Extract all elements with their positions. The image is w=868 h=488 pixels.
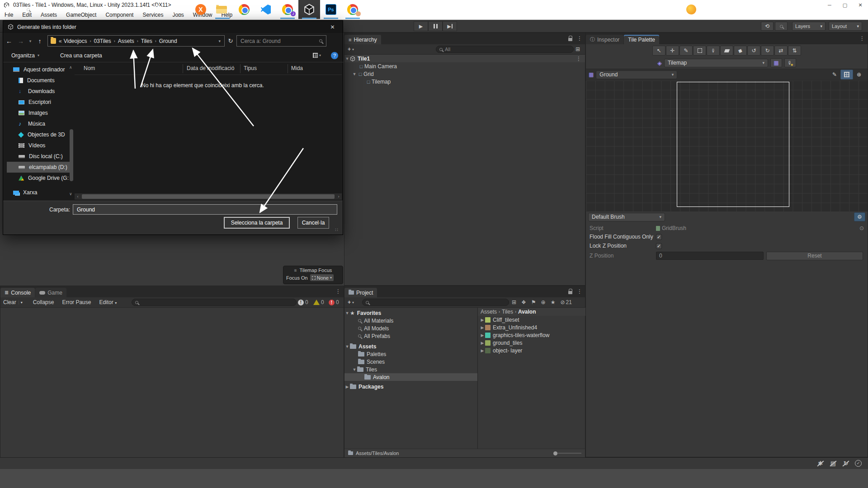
favorite-search-icon[interactable]: ★ (551, 299, 556, 305)
hierarchy-item[interactable]: □ Main Camera (344, 62, 585, 70)
open-in-search-icon[interactable]: ⊞ (512, 299, 516, 305)
sidebar-item[interactable]: Escriptori (7, 97, 70, 108)
gizmo-toggle-button[interactable]: ⊕ (853, 70, 865, 79)
breadcrumb-item-current[interactable]: Avalon (518, 309, 536, 315)
hidden-packages-toggle[interactable]: ⊘21 (560, 299, 571, 305)
clear-button[interactable]: Clear (3, 299, 16, 305)
sidebar-item[interactable]: Xarxa (7, 187, 70, 198)
expander-icon[interactable]: ▶ (480, 341, 485, 345)
file-list[interactable]: Nom Data de modificació Tipus Mida No hi… (75, 63, 342, 193)
select-tool-button[interactable]: ↖ (652, 46, 665, 56)
expander-icon[interactable]: ▶ (480, 318, 485, 322)
auto-refresh-disabled-icon[interactable]: ↻ (842, 460, 849, 467)
hierarchy-search-input[interactable]: All (436, 46, 574, 53)
z-position-input[interactable]: 0 (656, 252, 764, 260)
tab-project[interactable]: Project (344, 288, 377, 297)
sidebar-item[interactable]: ↓Downloads (7, 86, 70, 97)
assets-root[interactable]: ▼ Assets (344, 343, 477, 350)
resize-grip[interactable]: ∷ (335, 227, 338, 232)
box-fill-tool-button[interactable] (693, 46, 706, 56)
sidebar-item[interactable]: ♪Música (7, 118, 70, 129)
breadcrumb-overflow-icon[interactable]: « (59, 38, 62, 44)
start-button[interactable] (0, 0, 22, 19)
organize-menu[interactable]: Organitza▾ (11, 52, 39, 59)
flood-fill-checkbox[interactable]: ✓ (656, 234, 662, 240)
dialog-search-input[interactable]: Cerca a: Ground (236, 35, 326, 47)
forward-button[interactable]: → (15, 38, 27, 45)
asset-row[interactable]: ▶graphics-tiles-waterflow (478, 331, 585, 339)
play-button[interactable]: ▶ (414, 21, 428, 31)
column-header-size[interactable]: Mida (291, 65, 303, 71)
pick-new-brush-button[interactable]: ✑★ (784, 58, 796, 67)
address-dropdown-icon[interactable]: ▾ (218, 39, 221, 43)
search-by-label-icon[interactable]: ⚑ (531, 299, 536, 305)
expander-icon[interactable]: ▼ (352, 72, 357, 76)
sidebar-item[interactable]: Vídeos (7, 140, 70, 151)
weather-widget[interactable]: 20°C Soleado (686, 0, 739, 19)
search-by-type-icon[interactable]: ❖ (521, 299, 526, 305)
alert-icon[interactable]: ⊕ (541, 299, 546, 305)
kebab-menu-icon[interactable]: ⋮ (577, 288, 582, 295)
help-icon[interactable]: ? (331, 52, 338, 59)
add-asset-button[interactable]: + (348, 299, 351, 305)
lock-icon[interactable] (568, 38, 572, 41)
chrome-app[interactable] (233, 0, 255, 19)
minimize-button[interactable]: ─ (822, 2, 837, 8)
flip-vertical-button[interactable]: ⇅ (788, 46, 801, 56)
sidebar-item[interactable]: Disc local (C:) (7, 151, 70, 162)
warning-count-toggle[interactable]: 0 (313, 299, 324, 305)
debugger-disabled-icon[interactable]: ✱ (817, 460, 824, 467)
favorites-item[interactable]: All Prefabs (344, 332, 477, 340)
lock-icon[interactable] (568, 291, 572, 294)
active-tilemap-dropdown[interactable]: Tilemap▾ (664, 59, 768, 67)
grid-toggle-button[interactable] (840, 70, 853, 80)
eraser-tool-button[interactable] (720, 46, 733, 56)
asset-row[interactable]: ▶Extra_Unfinished4 (478, 324, 585, 331)
undo-history-button[interactable]: ⟲ (761, 22, 774, 31)
back-button[interactable]: ← (3, 38, 15, 45)
cache-disabled-icon[interactable]: ▤ (830, 460, 837, 467)
rotate-cw-button[interactable]: ↻ (761, 46, 774, 56)
refresh-icon[interactable]: ↻ (225, 38, 236, 44)
global-search-button[interactable] (775, 22, 788, 31)
object-picker-icon[interactable]: ⊙ (859, 225, 864, 231)
error-count-toggle[interactable]: ! 0 (329, 299, 339, 305)
expander-icon[interactable]: ▼ (352, 367, 357, 372)
move-tool-button[interactable]: ✛ (666, 46, 679, 56)
favorites-item[interactable]: All Models (344, 324, 477, 332)
error-pause-button[interactable]: Error Pause (62, 299, 91, 305)
add-gameobject-button[interactable]: + (348, 46, 351, 52)
cancel-button[interactable]: Cancel·la (297, 217, 329, 229)
tab-hierarchy[interactable]: ≡ Hierarchy (344, 35, 381, 44)
menu-component[interactable]: Component (101, 12, 138, 18)
picker-tool-button[interactable]: ✑ (707, 46, 720, 56)
pause-button[interactable] (428, 21, 443, 31)
hscrollbar-thumb[interactable] (82, 194, 335, 199)
recent-locations-icon[interactable]: ▾ (27, 39, 34, 43)
kebab-menu-icon[interactable]: ⋮ (859, 35, 865, 42)
tree-folder[interactable]: Scenes (344, 358, 477, 366)
chrome-profile2-app[interactable] (342, 0, 363, 19)
breadcrumb-item[interactable]: Tiles (502, 309, 513, 315)
xampp-app[interactable]: X (190, 0, 212, 19)
kebab-menu-icon[interactable]: ⋮ (576, 56, 581, 62)
breadcrumb-item[interactable]: 03Tiles (94, 38, 111, 44)
breadcrumb-item[interactable]: Assets (481, 309, 497, 315)
column-header-type[interactable]: Tipus (244, 65, 257, 71)
layout-dropdown[interactable]: Layout▾ (829, 22, 862, 31)
hierarchy-item[interactable]: ▼ □ Grid (344, 70, 585, 78)
asset-row[interactable]: ▶Cliff_tileset (478, 316, 585, 324)
hierarchy-scene-row[interactable]: ▼ Tile1 ⋮ (344, 55, 585, 62)
kebab-menu-icon[interactable]: ⋮ (577, 35, 582, 42)
expander-icon[interactable]: ▶ (480, 333, 485, 338)
expander-icon[interactable]: ▼ (344, 311, 350, 315)
lock-z-checkbox[interactable]: ✓ (656, 243, 662, 249)
sidebar-item[interactable]: Documents (7, 75, 70, 86)
tree-folder[interactable]: ▼Tiles (344, 366, 477, 373)
sidebar-item[interactable]: Imatges (7, 108, 70, 118)
sidebar-item-selected[interactable]: elcampalab (D:) (7, 162, 70, 173)
tab-game[interactable]: Game (35, 288, 66, 297)
collapse-button[interactable]: Collapse (33, 299, 54, 305)
editor-dropdown[interactable]: Editor ▾ (99, 299, 117, 305)
select-folder-button[interactable]: Selecciona la carpeta (224, 217, 290, 229)
